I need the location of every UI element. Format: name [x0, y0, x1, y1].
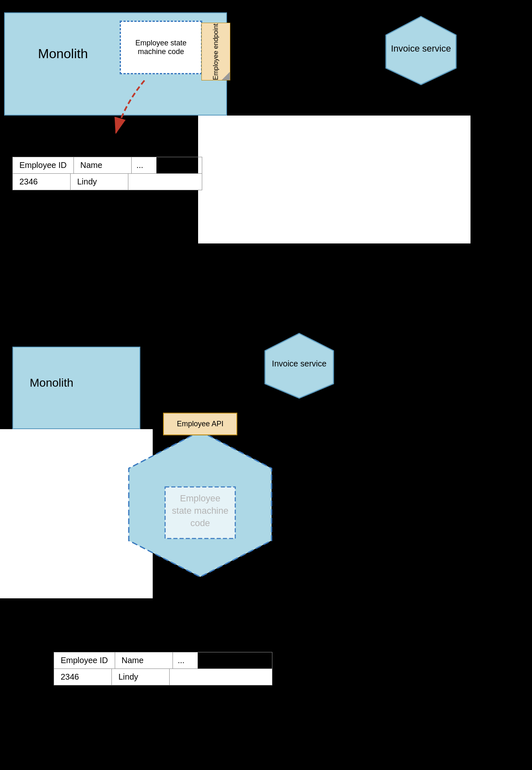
- svg-rect-8: [165, 487, 235, 539]
- invoice-hex-top-label: Invoice service: [391, 43, 451, 54]
- table-cell-name-bottom-0: Lindy: [112, 669, 170, 685]
- esm-box-top: Employee state machine code: [120, 21, 202, 74]
- red-arrow-diagram1: [91, 72, 173, 146]
- employee-endpoint-label: Employee endpoint: [212, 24, 220, 80]
- table-cell-name-0: Lindy: [71, 174, 128, 190]
- employee-api-label: Employee API: [177, 420, 223, 428]
- invoice-service-hex-bottom: Invoice service: [260, 330, 338, 400]
- monolith-top-label: Monolith: [38, 46, 88, 61]
- table-bottom: Employee ID Name ... 2346 Lindy: [54, 652, 272, 685]
- employee-service-label: Employee service: [161, 607, 239, 619]
- table-col-name-bottom: Name: [115, 652, 173, 668]
- table-col-dots-bottom: ...: [173, 652, 198, 668]
- folded-corner-icon: [222, 72, 230, 80]
- esm-top-label: Employee state machine code: [121, 39, 201, 56]
- table-top: Employee ID Name ... 2346 Lindy: [12, 157, 202, 190]
- table-cell-extra-bottom-0: [170, 669, 194, 685]
- employee-api-box: Employee API: [163, 413, 237, 435]
- table-data-row-bottom-0: 2346 Lindy: [54, 669, 272, 685]
- employee-endpoint-tab: Employee endpoint: [201, 23, 230, 80]
- table-col-name: Name: [74, 157, 132, 173]
- table-cell-extra-0: [128, 174, 153, 190]
- table-col-employee-id: Employee ID: [13, 157, 74, 173]
- table-header-row-bottom: Employee ID Name ...: [54, 652, 272, 669]
- table-cell-id-0: 2346: [13, 174, 71, 190]
- table-col-dots: ...: [132, 157, 156, 173]
- employee-service-container: Employee API Employee state machine code…: [111, 413, 289, 619]
- monolith-bottom-label: Monolith: [30, 376, 73, 390]
- table-cell-id-bottom-0: 2346: [54, 669, 112, 685]
- table-data-row-0: 2346 Lindy: [12, 174, 202, 190]
- employee-service-hex: Employee state machine code: [120, 425, 281, 582]
- invoice-service-hex-top: Invoice service: [380, 12, 462, 87]
- db-area-top: [198, 116, 471, 243]
- table-header-row: Employee ID Name ...: [12, 157, 202, 174]
- svg-text:Invoice service: Invoice service: [272, 359, 326, 368]
- table-col-employee-id-bottom: Employee ID: [54, 652, 115, 668]
